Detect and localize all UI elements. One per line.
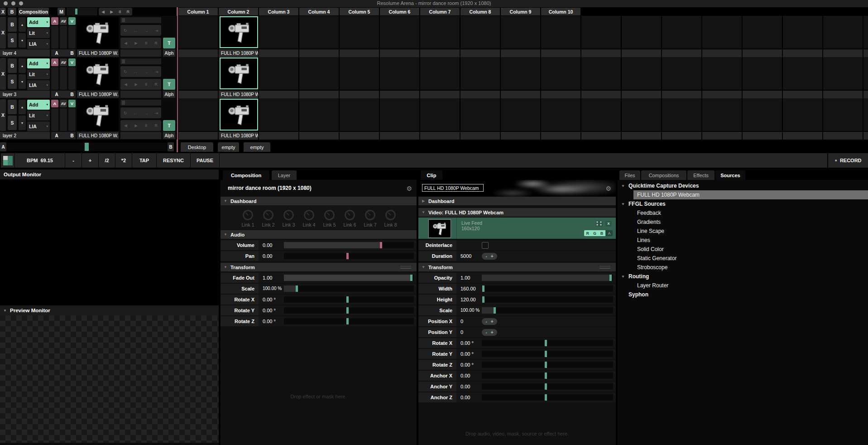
section-audio[interactable]: ▼ Audio	[221, 230, 417, 239]
tree-item-label[interactable]: Stroboscope	[637, 264, 667, 271]
tab-effects[interactable]: Effects	[687, 170, 715, 180]
bpm-halve-button[interactable]: /2	[99, 153, 115, 168]
tree-item[interactable]: Lines	[618, 236, 868, 245]
rotate-x-slider[interactable]	[284, 296, 414, 303]
slider-handle[interactable]	[75, 9, 77, 15]
collapse-triangle-icon[interactable]: ▼	[418, 210, 428, 214]
tree-item-label[interactable]: Quicktime Capture Devices	[628, 183, 699, 189]
blend-mode-dropdown[interactable]: Add ▾	[27, 58, 50, 68]
back-icon[interactable]: ◀	[124, 82, 127, 87]
loop-icon[interactable]: ↻	[124, 28, 127, 33]
composition-master-button[interactable]: M	[58, 8, 65, 15]
anchor-y-slider[interactable]	[482, 383, 613, 390]
active-clip-label[interactable]: FULL HD 1080P W...	[220, 49, 258, 57]
crossfader-handle[interactable]	[85, 143, 89, 151]
tree-item[interactable]: Layer Router	[618, 281, 868, 290]
param-value[interactable]: 0.00 °	[460, 360, 474, 370]
slider-handle[interactable]	[380, 242, 382, 248]
param-value[interactable]: 0.00 °	[263, 295, 276, 305]
slider-handle[interactable]	[494, 307, 496, 314]
decrement-button[interactable]: -	[485, 253, 487, 260]
decrement-button[interactable]: -	[485, 329, 487, 336]
layer-bypass-button[interactable]: B	[8, 17, 17, 32]
layer-bypass-button[interactable]: B	[8, 100, 17, 114]
composition-clear-button[interactable]: X	[0, 8, 6, 15]
layer-video-fader[interactable]	[68, 67, 76, 90]
loop-icon[interactable]: ↻	[124, 111, 127, 116]
blend-mode-dropdown[interactable]: LIA ▾	[27, 121, 50, 131]
hold-icon[interactable]: ⇥	[154, 69, 158, 74]
pingpong-icon[interactable]: ↔	[133, 111, 138, 116]
param-value[interactable]: 0.00 °	[263, 305, 276, 315]
decrement-button[interactable]: -	[485, 318, 487, 325]
layer-active-clip-thumbnail[interactable]	[77, 58, 119, 90]
tree-item-label[interactable]: FULL HD 1080P Webcam	[637, 192, 700, 198]
increment-button[interactable]: +	[491, 318, 494, 325]
rotate-y-slider[interactable]	[482, 351, 613, 357]
dashboard-link[interactable]: Link 3	[278, 210, 299, 227]
blend-mode-dropdown[interactable]: LIA ▾	[27, 80, 50, 90]
slider-handle[interactable]	[482, 285, 484, 292]
param-value[interactable]: 5000	[460, 251, 471, 261]
fadeout-slider[interactable]	[284, 275, 414, 281]
param-value[interactable]: 0.00 °	[460, 349, 474, 359]
channel-g-button[interactable]: G	[591, 230, 599, 236]
layer-alpha-label[interactable]: Alph	[163, 49, 175, 57]
layer-audio-button[interactable]: A	[51, 17, 58, 25]
slider-handle[interactable]	[296, 285, 298, 292]
pause-button[interactable]: PAUSE	[191, 153, 219, 168]
close-icon[interactable]: X	[605, 221, 612, 227]
blend-mode-dropdown[interactable]: Add ▾	[27, 100, 50, 110]
layer-solo-button[interactable]: S	[8, 74, 17, 89]
menu-icon[interactable]	[599, 266, 610, 269]
channel-r-button[interactable]: R	[584, 230, 591, 236]
volume-slider[interactable]	[284, 242, 414, 248]
increment-button[interactable]: +	[491, 253, 494, 260]
collapse-triangle-icon[interactable]: ▼	[621, 275, 625, 279]
bpm-increase-button[interactable]: +	[82, 153, 98, 168]
preview-monitor-header[interactable]: ▼ Preview Monitor	[0, 305, 219, 315]
tab-composition[interactable]: Composition	[223, 170, 269, 180]
output-monitor-header[interactable]: Output Monitor	[0, 169, 219, 179]
tree-item[interactable]: ▼ Quicktime Capture Devices	[618, 181, 868, 190]
layer-b-label[interactable]: B	[67, 49, 77, 57]
layer-down-icon[interactable]: ▼	[19, 116, 26, 130]
play-once-icon[interactable]: →	[144, 69, 149, 74]
menu-icon[interactable]	[400, 266, 411, 269]
fullscreen-icon[interactable]	[596, 221, 603, 227]
layer-alpha-label[interactable]: Alph	[163, 91, 175, 98]
pause-icon[interactable]: II	[145, 82, 147, 87]
play-icon[interactable]: ▶	[110, 10, 113, 14]
tab-sources[interactable]: Sources	[715, 170, 745, 180]
layer-a-label[interactable]: A	[52, 49, 61, 57]
empty-clip-cells[interactable]	[178, 57, 868, 90]
channel-a-button[interactable]: A	[606, 230, 613, 236]
collapse-triangle-icon[interactable]: ▼	[221, 199, 230, 203]
layer-av-button[interactable]: AV	[60, 58, 67, 66]
dashboard-link[interactable]: Link 4	[299, 210, 319, 227]
tree-item-label[interactable]: Syphon	[628, 291, 648, 298]
layer-b-label[interactable]: B	[67, 132, 77, 139]
collapse-triangle-icon[interactable]: ▼	[418, 265, 428, 269]
clip-position-bar[interactable]	[120, 58, 161, 64]
slider-handle[interactable]	[346, 296, 349, 303]
slider-handle[interactable]	[346, 307, 349, 314]
play-icon[interactable]: ▶	[134, 82, 138, 87]
layer-video-button[interactable]: V	[68, 100, 76, 107]
active-clip-cell[interactable]	[220, 58, 258, 89]
collapse-triangle-icon[interactable]: ▼	[621, 184, 625, 188]
tree-item-label[interactable]: Line Scape	[637, 228, 664, 234]
hold-icon[interactable]: ⇥	[154, 28, 158, 33]
tree-item-label[interactable]: Feedback	[637, 210, 661, 216]
rotate-z-slider[interactable]	[482, 362, 613, 368]
slider-handle[interactable]	[545, 372, 547, 379]
slider-handle[interactable]	[346, 253, 349, 259]
layer-av-button[interactable]: AV	[60, 17, 67, 25]
slider-handle[interactable]	[545, 362, 547, 368]
slider-handle[interactable]	[609, 275, 612, 281]
layer-down-icon[interactable]: ▼	[19, 33, 26, 48]
slider-handle[interactable]	[545, 351, 547, 357]
composition-master-slider[interactable]	[67, 8, 97, 15]
layer-audio-button[interactable]: A	[51, 100, 58, 107]
tree-item-label[interactable]: Routing	[628, 273, 649, 280]
